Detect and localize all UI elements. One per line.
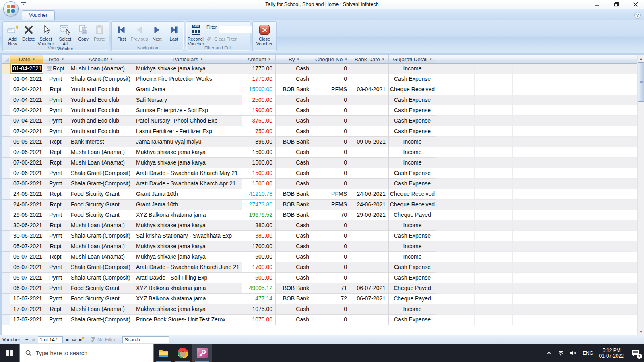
- cell-account[interactable]: Food Sicurity Grant: [68, 294, 133, 304]
- record-selector[interactable]: [2, 315, 10, 325]
- filter-input[interactable]: [219, 26, 254, 33]
- cell-gujarati-detail[interactable]: Income: [389, 252, 436, 262]
- cell-amount[interactable]: 1500.00: [242, 147, 276, 158]
- record-selector[interactable]: [2, 304, 10, 315]
- cell-bank-date[interactable]: 24-06-2021: [350, 189, 389, 200]
- cell-by[interactable]: Cash: [276, 273, 312, 283]
- cell-particulars[interactable]: Arati Davde - Soil Filling Exp: [133, 273, 242, 283]
- cell-cheque-no[interactable]: 0: [312, 116, 350, 126]
- cell-date[interactable]: 24-06-2021: [10, 189, 43, 200]
- cell-amount[interactable]: 1075.00: [242, 315, 276, 325]
- vertical-scrollbar[interactable]: ▲ ▼: [637, 55, 644, 335]
- cell-gujarati-detail[interactable]: Cash Expense: [389, 315, 436, 325]
- record-selector[interactable]: [2, 231, 10, 241]
- cell-gujarati-detail[interactable]: Income: [389, 137, 436, 147]
- cell-bank-date[interactable]: 06-07-2021: [350, 294, 389, 304]
- record-selector[interactable]: [2, 294, 10, 304]
- taskbar-search-box[interactable]: Type here to search: [19, 344, 154, 362]
- cell-by[interactable]: Cash: [276, 179, 312, 189]
- cell-date[interactable]: 09-05-2021: [10, 137, 43, 147]
- select-voucher-button[interactable]: Select Voucher: [37, 23, 55, 46]
- cell-cheque-no[interactable]: 0: [312, 158, 350, 168]
- cell-gujarati-detail[interactable]: Cash Expense: [389, 116, 436, 126]
- record-selector[interactable]: [2, 126, 10, 137]
- cell-date[interactable]: 17-07-2021: [10, 304, 43, 315]
- nav-previous-icon[interactable]: ◀: [30, 337, 36, 342]
- record-selector[interactable]: [2, 105, 10, 116]
- scroll-up-icon[interactable]: ▲: [638, 56, 644, 62]
- cell-cheque-no[interactable]: 0: [312, 95, 350, 105]
- cell-bank-date[interactable]: [350, 252, 389, 262]
- cell-account[interactable]: Youth and Eco club: [68, 95, 133, 105]
- cell-bank-date[interactable]: [350, 116, 389, 126]
- taskbar-access[interactable]: [192, 344, 212, 362]
- cell-gujarati-detail[interactable]: Income: [389, 147, 436, 158]
- cell-bank-date[interactable]: 03-04-2021: [350, 84, 389, 95]
- record-selector[interactable]: [2, 189, 10, 200]
- cell-gujarati-detail[interactable]: Cheque Received: [389, 200, 436, 210]
- wifi-icon[interactable]: [557, 350, 564, 356]
- cell-by[interactable]: Cash: [276, 231, 312, 241]
- cell-by[interactable]: Cash: [276, 315, 312, 325]
- cell-date[interactable]: 07-06-2021: [10, 179, 43, 189]
- cell-type[interactable]: Pymt: [43, 74, 68, 84]
- cell-particulars[interactable]: XYZ Balkona khatama jama: [133, 210, 242, 220]
- cell-particulars[interactable]: Arati Davde - Swachhata Kharch June 21: [133, 262, 242, 273]
- cell-cheque-no[interactable]: 0: [312, 105, 350, 116]
- cell-bank-date[interactable]: 29-06-2021: [350, 210, 389, 220]
- cell-by[interactable]: Cash: [276, 126, 312, 137]
- cell-date[interactable]: 07-04-2021: [10, 116, 43, 126]
- cell-account[interactable]: Mushi Loan (Anamat): [68, 252, 133, 262]
- cell-bank-date[interactable]: [350, 220, 389, 231]
- cell-type[interactable]: Pymt: [43, 294, 68, 304]
- cell-by[interactable]: BOB Bank: [276, 210, 312, 220]
- cell-type[interactable]: Rcpt: [43, 137, 68, 147]
- column-filter-dropdown-icon[interactable]: ▾: [297, 57, 299, 61]
- cell-by[interactable]: Cash: [276, 304, 312, 315]
- cell-type[interactable]: Pymt: [43, 116, 68, 126]
- paste-button[interactable]: Paste: [91, 23, 107, 41]
- cell-date[interactable]: 05-07-2021: [10, 273, 43, 283]
- cell-gujarati-detail[interactable]: Income: [389, 304, 436, 315]
- cell-by[interactable]: Cash: [276, 220, 312, 231]
- minimize-button[interactable]: [592, 0, 601, 8]
- tab-voucher[interactable]: Voucher: [22, 10, 55, 20]
- column-header-cheque-no[interactable]: Cheque No▾: [312, 55, 350, 64]
- cell-account[interactable]: Food Sicurity Grant: [68, 283, 133, 294]
- delete-button[interactable]: Delete: [21, 23, 37, 41]
- taskbar-file-explorer[interactable]: [154, 344, 173, 362]
- cell-particulars[interactable]: Grant Jama 10th: [133, 200, 242, 210]
- cell-amount[interactable]: 1075.00: [242, 304, 276, 315]
- cell-type[interactable]: Rcpt: [43, 241, 68, 252]
- cell-gujarati-detail[interactable]: Cash Expense: [389, 179, 436, 189]
- column-filter-dropdown-icon[interactable]: ▾: [111, 57, 113, 61]
- record-search-input[interactable]: Search: [122, 336, 169, 343]
- nav-last-icon[interactable]: ⏭: [71, 337, 77, 342]
- cell-type[interactable]: Rcpt: [43, 158, 68, 168]
- cell-cheque-no[interactable]: 0: [312, 231, 350, 241]
- record-position-box[interactable]: 1 of 147: [38, 336, 63, 343]
- scrollbar-thumb[interactable]: [638, 62, 644, 102]
- cell-amount[interactable]: 750.00: [242, 126, 276, 137]
- column-header-amount[interactable]: Amount▾: [242, 55, 276, 64]
- cell-type[interactable]: Pymt: [43, 283, 68, 294]
- cell-particulars[interactable]: Sunrise Enterprize - Soil Exp: [133, 105, 242, 116]
- cell-cheque-no[interactable]: 0: [312, 220, 350, 231]
- cell-particulars[interactable]: XYZ Balkona khatama jama: [133, 294, 242, 304]
- cell-bank-date[interactable]: [350, 105, 389, 116]
- nav-first-icon[interactable]: ⏮: [23, 337, 30, 342]
- cell-by[interactable]: Cash: [276, 252, 312, 262]
- record-selector[interactable]: [2, 137, 10, 147]
- office-button[interactable]: [3, 1, 19, 16]
- cell-gujarati-detail[interactable]: Cash Expense: [389, 105, 436, 116]
- cell-particulars[interactable]: Safi Nursary: [133, 95, 242, 105]
- cell-type[interactable]: Rcpt: [43, 147, 68, 158]
- record-selector[interactable]: [2, 220, 10, 231]
- cell-particulars[interactable]: XYZ Balkona khatama jama: [133, 283, 242, 294]
- cell-particulars[interactable]: Mukhya shixake jama karya: [133, 220, 242, 231]
- cell-particulars[interactable]: Mukhya shixake jama karya: [133, 64, 242, 74]
- next-record-button[interactable]: Next: [149, 23, 165, 41]
- clear-filter-button[interactable]: Clear Filter: [206, 36, 254, 42]
- cell-date[interactable]: 07-04-2021: [10, 105, 43, 116]
- cell-amount[interactable]: 380.00: [242, 231, 276, 241]
